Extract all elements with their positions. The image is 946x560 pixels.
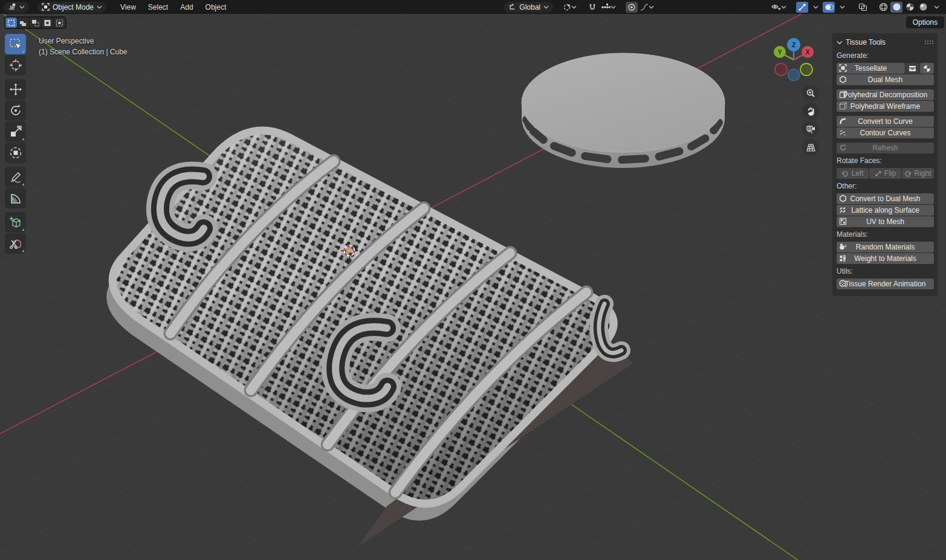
proportional-editing-toggle[interactable] — [626, 2, 638, 13]
select-mode-extend[interactable] — [18, 18, 29, 28]
gizmo-x-label: X — [806, 49, 810, 56]
materials-section-label: Materials: — [837, 230, 934, 240]
tool-add-cube[interactable] — [5, 212, 26, 233]
tool-transform[interactable] — [5, 143, 26, 163]
shading-dropdown[interactable] — [930, 2, 942, 13]
gizmo-z-neg-axis[interactable] — [788, 69, 800, 81]
proportional-falloff-dropdown[interactable] — [639, 2, 655, 13]
slotted-disc-object[interactable] — [521, 53, 725, 168]
menu-select[interactable]: Select — [143, 3, 173, 11]
overlays-dropdown[interactable] — [836, 2, 848, 13]
active-object-label: (1) Scene Collection | Cube — [39, 47, 128, 57]
topbar: Object Mode View Select Add Object Globa… — [0, 0, 946, 14]
rotate-flip-button[interactable]: Flip — [869, 168, 901, 179]
tool-measure[interactable] — [5, 188, 26, 208]
chevron-down-icon — [543, 5, 549, 9]
tool-scale[interactable] — [5, 121, 26, 142]
weight-to-materials-button[interactable]: Weight to Materials — [837, 253, 934, 264]
solid-sphere-icon — [892, 2, 901, 11]
perspective-toggle-button[interactable] — [802, 139, 819, 156]
snap-increment-icon — [601, 3, 611, 11]
rotate-right-button[interactable]: Right — [902, 168, 934, 179]
lattice-along-surface-button[interactable]: Lattice along Surface — [837, 205, 934, 216]
contour-curves-button[interactable]: Contour Curves — [837, 127, 934, 138]
rotate-icon — [9, 104, 22, 117]
transform-orientation-dropdown[interactable]: Global — [504, 2, 553, 13]
curve-icon — [839, 117, 847, 125]
pivot-point-dropdown[interactable] — [562, 2, 578, 13]
select-mode-set[interactable] — [5, 18, 17, 28]
tessellate-button[interactable]: Tessellate — [837, 63, 905, 74]
tool-move[interactable] — [5, 79, 26, 100]
shading-material-button[interactable] — [904, 2, 916, 13]
shading-rendered-button[interactable] — [917, 2, 929, 13]
convert-to-dual-mesh-button[interactable]: Convert to Dual Mesh — [837, 193, 934, 204]
menu-add[interactable]: Add — [175, 3, 198, 11]
tessellate-component-button[interactable] — [906, 63, 919, 74]
mode-dropdown[interactable]: Object Mode — [37, 2, 106, 13]
select-mode-group — [4, 16, 66, 29]
pan-hand-icon — [806, 106, 815, 116]
render-animation-icon — [839, 280, 847, 288]
hexagon-icon — [839, 195, 847, 202]
gizmo-y-neg-axis[interactable] — [800, 63, 812, 76]
tissue-render-animation-button[interactable]: Tissue Render Animation — [837, 278, 934, 289]
overlays-toggle[interactable] — [823, 2, 835, 13]
random-materials-button[interactable]: Random Materials — [837, 242, 934, 253]
tool-cursor[interactable] — [5, 55, 26, 76]
pan-button[interactable] — [802, 103, 819, 120]
blender-window: Object Mode View Select Add Object Globa… — [0, 0, 946, 560]
add-cube-icon — [9, 216, 22, 229]
tool-cut[interactable] — [5, 233, 26, 254]
menu-view[interactable]: View — [115, 3, 141, 11]
editor-type-button[interactable] — [4, 2, 29, 13]
editor-3d-viewport-icon — [8, 3, 16, 11]
gizmos-dropdown[interactable] — [809, 2, 821, 13]
chevron-down-icon — [840, 5, 845, 9]
chevron-down-icon — [781, 5, 786, 9]
material-quarter-sphere-icon — [923, 65, 931, 72]
cube-icon — [839, 91, 847, 98]
select-box-icon — [9, 38, 22, 50]
convert-to-curve-button[interactable]: Convert to Curve — [837, 116, 934, 127]
gizmo-z-label: Z — [792, 41, 796, 48]
shading-solid-button[interactable] — [890, 2, 902, 13]
rotate-left-button[interactable]: Left — [837, 168, 869, 179]
tool-rotate[interactable] — [5, 100, 26, 121]
select-mode-intersect[interactable] — [54, 18, 65, 28]
panel-collapse-icon[interactable] — [837, 40, 843, 45]
options-button[interactable]: Options — [906, 16, 944, 28]
move-icon — [9, 83, 22, 96]
gizmos-toggle[interactable] — [796, 2, 808, 13]
tool-annotate[interactable] — [5, 167, 26, 187]
shading-wireframe-button[interactable] — [877, 2, 889, 13]
xray-toggle[interactable] — [857, 2, 869, 13]
select-mode-invert[interactable] — [42, 18, 53, 28]
toolbar — [5, 34, 26, 254]
refresh-icon — [839, 144, 847, 152]
select-mode-subtract[interactable] — [30, 18, 41, 28]
snap-toggle[interactable] — [586, 2, 598, 13]
snap-target-dropdown[interactable] — [600, 2, 617, 13]
random-materials-icon — [839, 243, 847, 251]
menu-object[interactable]: Object — [200, 3, 232, 11]
visibility-eye-icon — [771, 3, 781, 11]
tool-select-box[interactable] — [5, 34, 26, 54]
polyhedral-decomposition-button[interactable]: Polyhedral Decomposition — [837, 89, 934, 100]
box-component-icon — [909, 65, 916, 72]
chevron-down-icon — [934, 5, 939, 9]
camera-view-button[interactable] — [802, 121, 819, 138]
gizmo-x-neg-axis[interactable] — [775, 63, 787, 76]
polyhedral-wireframe-button[interactable]: Polyhedral Wireframe — [837, 101, 934, 112]
dual-mesh-button[interactable]: Dual Mesh — [837, 74, 934, 85]
tessellate-material-button[interactable] — [920, 63, 934, 74]
refresh-button[interactable]: Refresh — [837, 143, 934, 153]
panel-grip-icon[interactable] — [924, 40, 934, 45]
chevron-down-icon — [813, 5, 818, 9]
show-gizmo-dropdown[interactable] — [770, 2, 788, 13]
zoom-button[interactable] — [802, 85, 819, 101]
overlays-icon — [825, 3, 834, 11]
wireframe-sphere-icon — [879, 2, 888, 11]
rotate-left-icon — [841, 170, 849, 177]
uv-to-mesh-button[interactable]: UV to Mesh — [837, 216, 934, 227]
